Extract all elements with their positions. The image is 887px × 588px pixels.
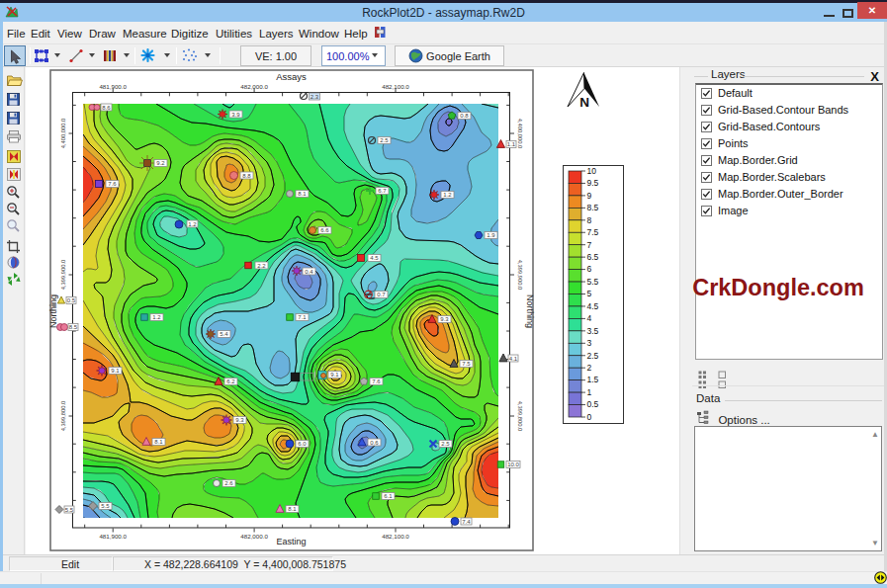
svg-text:Easting: Easting: [276, 537, 306, 546]
svg-text:0.7: 0.7: [377, 292, 386, 297]
svg-text:1.2: 1.2: [443, 192, 452, 198]
svg-text:4.5: 4.5: [370, 255, 379, 261]
svg-text:10: 10: [587, 166, 597, 176]
svg-text:4.1: 4.1: [509, 356, 518, 362]
svg-text:8.1: 8.1: [288, 506, 297, 512]
svg-text:0.5: 0.5: [587, 399, 599, 409]
svg-text:0.6: 0.6: [370, 440, 379, 446]
svg-text:10.0: 10.0: [507, 462, 519, 467]
svg-text:2.6: 2.6: [224, 480, 233, 486]
svg-text:3.9: 3.9: [231, 112, 240, 118]
svg-text:9.3: 9.3: [235, 417, 244, 423]
svg-text:7.5: 7.5: [587, 227, 599, 237]
svg-text:1.5: 1.5: [587, 375, 599, 384]
svg-text:5: 5: [587, 289, 592, 298]
svg-text:2.2: 2.2: [257, 263, 266, 269]
svg-text:4,399,800.0: 4,399,800.0: [60, 401, 66, 432]
svg-text:Northing: Northing: [525, 294, 535, 328]
svg-text:6.2: 6.2: [226, 378, 235, 384]
svg-text:6.0: 6.0: [298, 441, 307, 447]
svg-text:5.5: 5.5: [587, 277, 599, 287]
svg-text:8.5: 8.5: [69, 324, 78, 330]
svg-text:1.2: 1.2: [152, 314, 161, 320]
svg-text:8.1: 8.1: [154, 439, 163, 445]
svg-text:3: 3: [587, 338, 592, 348]
svg-text:481,900.0: 481,900.0: [99, 83, 127, 90]
svg-text:4: 4: [587, 313, 592, 323]
svg-text:8.1: 8.1: [298, 191, 307, 197]
svg-text:0: 0: [587, 412, 592, 422]
svg-text:9.1: 9.1: [330, 372, 339, 378]
svg-text:7.5: 7.5: [462, 361, 471, 367]
svg-text:482,100.0: 482,100.0: [382, 83, 409, 90]
svg-text:4,399,900.0: 4,399,900.0: [60, 260, 66, 291]
svg-text:9: 9: [587, 191, 592, 201]
svg-text:7.4: 7.4: [462, 519, 471, 525]
svg-text:9.5: 9.5: [587, 178, 599, 188]
svg-text:Northing: Northing: [48, 294, 58, 328]
svg-text:7.1: 7.1: [298, 314, 307, 320]
svg-text:6.6: 6.6: [320, 227, 329, 233]
svg-text:8.5: 8.5: [587, 203, 599, 212]
svg-text:1.2: 1.2: [188, 221, 197, 227]
svg-text:482,000.0: 482,000.0: [240, 533, 268, 540]
svg-text:4,400,000.0: 4,400,000.0: [517, 119, 523, 149]
svg-text:N: N: [579, 95, 589, 110]
svg-text:0.8: 0.8: [460, 113, 469, 119]
svg-text:5.5: 5.5: [65, 507, 74, 513]
svg-text:4,399,800.0: 4,399,800.0: [517, 401, 523, 432]
svg-text:8.6: 8.6: [102, 105, 111, 111]
svg-text:482,000.0: 482,000.0: [240, 83, 268, 90]
svg-text:6.1: 6.1: [384, 493, 393, 499]
svg-text:8.8: 8.8: [242, 173, 251, 179]
svg-text:Assays: Assays: [276, 71, 307, 82]
svg-text:8: 8: [587, 215, 592, 225]
svg-text:2.5: 2.5: [441, 441, 450, 447]
svg-text:3.5: 3.5: [587, 326, 599, 336]
svg-text:2.5: 2.5: [587, 351, 599, 361]
svg-text:6.5: 6.5: [587, 252, 599, 262]
svg-text:0.4: 0.4: [305, 269, 313, 275]
svg-text:1: 1: [587, 387, 592, 397]
svg-text:7: 7: [587, 240, 592, 250]
svg-text:9.1: 9.1: [111, 368, 120, 374]
svg-text:7.6: 7.6: [372, 378, 381, 384]
svg-text:7.6: 7.6: [108, 181, 117, 187]
svg-text:4,399,900.0: 4,399,900.0: [517, 260, 523, 291]
svg-text:1.9: 1.9: [487, 232, 495, 238]
svg-text:4,400,000.0: 4,400,000.0: [60, 119, 66, 149]
svg-text:0.5: 0.5: [67, 297, 76, 303]
svg-text:1.1: 1.1: [507, 141, 516, 147]
svg-text:6: 6: [587, 264, 592, 274]
svg-text:2.3: 2.3: [310, 94, 319, 100]
svg-text:9.2: 9.2: [156, 160, 165, 166]
svg-text:5.4: 5.4: [220, 331, 228, 337]
svg-text:482,100.0: 482,100.0: [382, 533, 409, 540]
svg-text:6.7: 6.7: [378, 188, 387, 194]
svg-text:2: 2: [587, 363, 592, 373]
svg-text:5.5: 5.5: [101, 503, 110, 509]
svg-text:4.5: 4.5: [587, 301, 599, 311]
svg-text:9.3: 9.3: [440, 316, 449, 322]
svg-text:2.5: 2.5: [380, 137, 389, 143]
svg-text:481,900.0: 481,900.0: [99, 533, 127, 540]
